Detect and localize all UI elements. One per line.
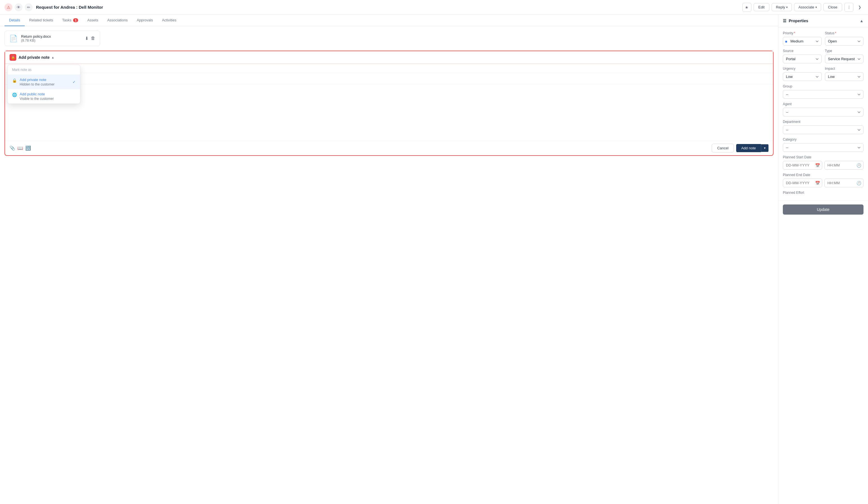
dropdown-private-title: Add private note [20, 78, 70, 82]
planned-end-date-row: 📅 🕐 [783, 179, 864, 187]
impact-select[interactable]: Low Medium High [825, 72, 864, 81]
source-field: Source Portal Email Phone [783, 49, 822, 63]
article-tool-icon[interactable]: 📖 [18, 145, 23, 151]
type-label: Type [825, 49, 864, 53]
add-note-submit-button[interactable]: Add note [736, 144, 761, 152]
add-note-dropdown-button[interactable]: ▾ [761, 144, 768, 152]
calendar-end-icon: 📅 [815, 181, 820, 185]
category-select[interactable]: -- [783, 143, 864, 152]
tasks-badge: 1 [73, 18, 78, 22]
urgency-label: Urgency [783, 67, 822, 71]
status-select[interactable]: Open Pending Resolved Closed [825, 37, 864, 46]
status-label: Status * [825, 31, 864, 35]
category-row: Category -- [783, 138, 864, 152]
note-type-selector[interactable]: Add private note ▲ [19, 55, 54, 60]
department-row: Department -- [783, 120, 864, 134]
delete-icon[interactable]: 🗑 [91, 36, 95, 41]
planned-effort-section: Planned Effort [783, 191, 864, 195]
top-header: ⚠ 👁 ✏ Request for Andrea : Dell Monitor … [0, 0, 868, 14]
download-icon[interactable]: ⬇ [85, 36, 89, 41]
dropdown-item-private-text: Add private note Hidden to the customer [20, 78, 70, 86]
priority-label: Priority * [783, 31, 822, 35]
planned-start-date-wrap: 📅 [783, 161, 822, 170]
planned-start-date-label: Planned Start Date [783, 155, 864, 159]
agent-select[interactable]: -- [783, 108, 864, 117]
reply-label: Reply [776, 5, 785, 9]
associate-chevron-icon: ▾ [815, 6, 817, 9]
urgency-select[interactable]: Low Medium High [783, 72, 822, 81]
attachment-actions: ⬇ 🗑 [85, 36, 95, 41]
planned-start-date-row: 📅 🕐 [783, 161, 864, 170]
code-tool-icon[interactable]: 🔣 [25, 145, 31, 151]
group-field: Group -- [783, 84, 864, 99]
clock-end-icon: 🕐 [857, 181, 861, 185]
cancel-button[interactable]: Cancel [712, 144, 734, 152]
attachment-tool-icon[interactable]: 📎 [10, 145, 15, 151]
tab-related-tickets[interactable]: Related tickets [25, 14, 58, 26]
more-options-button[interactable]: ⋮ [844, 3, 854, 12]
associate-button[interactable]: Associate ▾ [794, 3, 821, 11]
editor-footer: 📎 📖 🔣 Cancel Add note ▾ [5, 141, 773, 155]
planned-start-time-wrap: 🕐 [825, 161, 864, 170]
planned-end-date-section: Planned End Date 📅 🕐 [783, 173, 864, 187]
department-field: Department -- [783, 120, 864, 134]
status-required: * [835, 31, 837, 35]
update-button[interactable]: Update [783, 204, 864, 214]
status-field: Status * Open Pending Resolved Closed [825, 31, 864, 46]
document-icon: 📄 [9, 34, 18, 42]
tab-approvals[interactable]: Approvals [132, 14, 157, 26]
header-icon-group: ⚠ 👁 ✏ [4, 3, 33, 11]
tab-activities[interactable]: Activities [157, 14, 181, 26]
collapse-button[interactable]: ❯ [856, 3, 864, 11]
source-type-row: Source Portal Email Phone Type Service R… [783, 49, 864, 63]
reply-chevron-icon: ▾ [786, 6, 788, 9]
properties-icon: ☰ [783, 19, 786, 23]
editor-footer-actions: Cancel Add note ▾ [712, 144, 768, 152]
associate-label: Associate [798, 5, 814, 9]
lock-option-icon: 🔒 [12, 78, 17, 83]
editor-footer-tools: 📎 📖 🔣 [10, 145, 31, 151]
dropdown-item-public[interactable]: 🌐 Add public note Visible to the custome… [8, 89, 80, 103]
properties-collapse-icon[interactable]: ▲ [860, 19, 864, 23]
alert-icon[interactable]: ⚠ [4, 3, 12, 11]
edit-button[interactable]: Edit [754, 3, 769, 11]
agent-row: Agent -- [783, 102, 864, 117]
close-button[interactable]: Close [823, 3, 842, 11]
planned-end-date-label: Planned End Date [783, 173, 864, 177]
dropdown-title: Mark note as [8, 65, 80, 75]
star-button[interactable]: ★ [742, 3, 751, 12]
urgency-field: Urgency Low Medium High [783, 67, 822, 81]
type-field: Type Service Request Incident Problem [825, 49, 864, 63]
attachment-info: Return policy.docx (8.78 KB) [21, 34, 82, 42]
planned-end-date-wrap: 📅 [783, 179, 822, 187]
department-select[interactable]: -- [783, 125, 864, 134]
priority-select[interactable]: Medium Low High Urgent [783, 37, 822, 46]
pencil-icon[interactable]: ✏ [25, 3, 33, 11]
note-type-bar: 🔒 Add private note ▲ Mark note as 🔒 Add … [5, 51, 773, 64]
group-select[interactable]: -- [783, 90, 864, 99]
urgency-impact-row: Urgency Low Medium High Impact Low Mediu… [783, 67, 864, 81]
add-note-button-group: Add note ▾ [736, 144, 768, 152]
source-label: Source [783, 49, 822, 53]
agent-field: Agent -- [783, 102, 864, 117]
check-icon: ✓ [73, 80, 76, 84]
type-select[interactable]: Service Request Incident Problem [825, 54, 864, 63]
properties-header: ☰ Properties ▲ [778, 14, 868, 27]
eye-icon[interactable]: 👁 [14, 3, 22, 11]
note-type-dropdown: Mark note as 🔒 Add private note Hidden t… [7, 65, 80, 104]
dropdown-item-private[interactable]: 🔒 Add private note Hidden to the custome… [8, 75, 80, 89]
impact-field: Impact Low Medium High [825, 67, 864, 81]
reply-button[interactable]: Reply ▾ [772, 3, 792, 11]
priority-required: * [794, 31, 795, 35]
editor-content-area[interactable]: Content to be ad [5, 84, 773, 141]
source-select[interactable]: Portal Email Phone [783, 54, 822, 63]
tab-details[interactable]: Details [4, 14, 25, 26]
tab-tasks[interactable]: Tasks 1 [58, 14, 83, 26]
lock-icon: 🔒 [10, 54, 16, 61]
planned-start-date-section: Planned Start Date 📅 🕐 [783, 155, 864, 170]
planned-effort-label: Planned Effort [783, 191, 864, 195]
header-actions: ★ Edit Reply ▾ Associate ▾ Close ⋮ ❯ [742, 3, 864, 12]
tab-assets[interactable]: Assets [83, 14, 103, 26]
tab-associations[interactable]: Associations [103, 14, 132, 26]
attachment-name: Return policy.docx [21, 34, 82, 39]
